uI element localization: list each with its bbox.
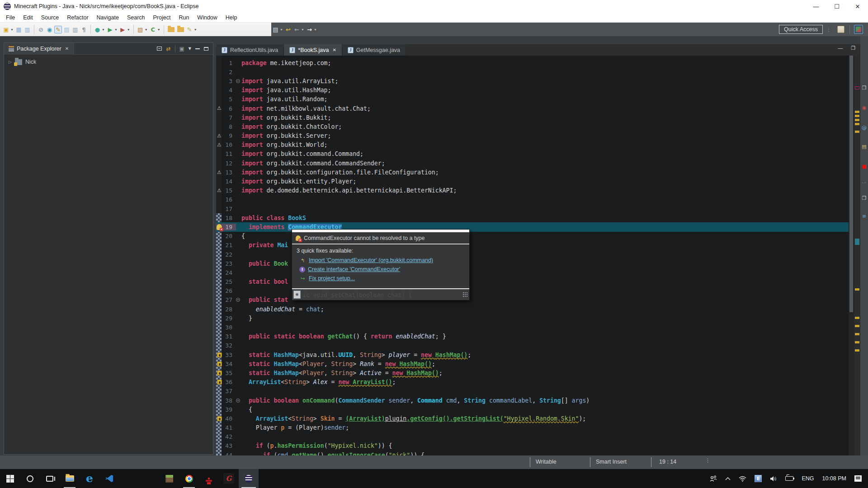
code-line[interactable]: 16: [216, 195, 849, 204]
show-whitespace-icon[interactable]: ¶: [80, 26, 88, 33]
skip-breakpoints-icon[interactable]: ⊘: [37, 26, 45, 33]
debug-icon[interactable]: ●: [94, 26, 101, 33]
code-line[interactable]: ⚠6import net.milkbowl.vault.chat.Chat;: [216, 104, 849, 113]
code-line[interactable]: 18public class BookS: [216, 213, 849, 222]
coverage-icon[interactable]: ▧: [137, 26, 144, 33]
view-menu-icon[interactable]: ▼: [189, 47, 191, 51]
fold-collapse-icon[interactable]: −: [236, 399, 240, 403]
tab-reflectionutils-java[interactable]: JReflectionUtils.java: [216, 44, 284, 56]
dropdown-caret-icon[interactable]: ▼: [10, 28, 14, 31]
menu-refactor[interactable]: Refactor: [63, 14, 92, 22]
code-line[interactable]: 2: [216, 67, 849, 76]
open-folder-icon[interactable]: [168, 27, 175, 32]
outline-view-icon[interactable]: ≡: [860, 213, 868, 219]
menu-search[interactable]: Search: [123, 14, 149, 22]
open-folder2-icon[interactable]: [177, 27, 184, 32]
code-line[interactable]: 7import org.bukkit.Bukkit;: [216, 113, 849, 122]
dropdown-caret-icon[interactable]: ▼: [301, 28, 304, 31]
fold-collapse-icon[interactable]: −: [236, 298, 240, 302]
dropdown-caret-icon[interactable]: ▼: [194, 28, 197, 31]
menu-file[interactable]: File: [2, 14, 19, 22]
code-line[interactable]: 3−import java.util.ArrayList;: [216, 76, 849, 85]
vscode-icon[interactable]: [99, 469, 119, 488]
code-line[interactable]: 43 if (p.hasPermission("Hypixel.nick")) …: [216, 441, 849, 450]
javadoc-view-icon[interactable]: @: [860, 125, 868, 131]
close-button[interactable]: ✕: [847, 0, 868, 13]
cortana-icon[interactable]: [20, 469, 40, 488]
overview-marker[interactable]: [855, 119, 859, 121]
problems-view-icon[interactable]: ◉: [860, 105, 868, 111]
overview-marker[interactable]: [855, 86, 859, 89]
start-button[interactable]: [0, 469, 20, 488]
file-explorer-icon[interactable]: [60, 469, 80, 488]
minimize-view-icon[interactable]: [195, 48, 200, 49]
overview-marker[interactable]: [855, 288, 859, 291]
code-line[interactable]: 32: [216, 341, 849, 350]
close-view-icon[interactable]: ✕: [65, 46, 69, 51]
quick-access-button[interactable]: Quick Access: [779, 25, 823, 34]
overview-marker[interactable]: [855, 111, 859, 113]
new-class-icon[interactable]: C: [149, 26, 157, 33]
code-line[interactable]: 17: [216, 204, 849, 213]
overview-marker[interactable]: [855, 123, 859, 125]
overview-marker[interactable]: [855, 317, 859, 319]
code-line[interactable]: 38− public boolean onCommand(CommandSend…: [216, 396, 849, 405]
code-line[interactable]: 44 if (cmd.getName().equalsIgnoreCase("n…: [216, 450, 849, 455]
quick-fix-link[interactable]: Import 'CommandExecutor' (org.bukkit.com…: [309, 257, 433, 263]
back-icon[interactable]: ←: [293, 26, 301, 33]
vertical-scrollbar[interactable]: [849, 56, 854, 455]
battery-icon[interactable]: [785, 476, 793, 481]
link-editor-icon[interactable]: ⇄: [166, 46, 170, 52]
forward-icon[interactable]: →: [306, 26, 313, 33]
declaration-view-icon[interactable]: ▤: [860, 144, 868, 150]
maximize-editor-icon[interactable]: ❐: [851, 45, 855, 51]
overview-marker[interactable]: [855, 333, 859, 335]
menu-window[interactable]: Window: [193, 14, 221, 22]
dropdown-caret-icon[interactable]: ▼: [127, 28, 130, 31]
menu-run[interactable]: Run: [175, 14, 193, 22]
overview-marker[interactable]: [855, 115, 859, 117]
clock[interactable]: 10:08 PM: [822, 475, 846, 482]
code-line[interactable]: 28 enabledChat = chat;: [216, 305, 849, 314]
close-tab-icon[interactable]: ✕: [332, 47, 336, 52]
dropdown-caret-icon[interactable]: ▼: [102, 28, 105, 31]
maximize-button[interactable]: ☐: [826, 0, 847, 13]
code-line[interactable]: 34 static HashMap<Player, String> Rank =…: [216, 359, 849, 368]
code-line[interactable]: 36 ArrayList<String> Alex = new ArrayLis…: [216, 378, 849, 387]
edge-icon[interactable]: e: [80, 469, 99, 488]
configure-fix-icon[interactable]: ✱: [293, 291, 301, 299]
code-line[interactable]: 37: [216, 387, 849, 396]
code-line[interactable]: 5import java.util.Random;: [216, 95, 849, 104]
menu-edit[interactable]: Edit: [19, 14, 37, 22]
dropdown-caret-icon[interactable]: ▼: [157, 28, 160, 31]
code-line[interactable]: 40 ArrayList<String> Skin = (ArrayList)p…: [216, 414, 849, 423]
color-view-icon[interactable]: ■: [860, 164, 868, 169]
dropdown-caret-icon[interactable]: ▼: [114, 28, 118, 31]
tab-package-explorer[interactable]: Package Explorer ✕: [4, 43, 74, 55]
code-line[interactable]: 29 }: [216, 314, 849, 323]
quick-fix-item[interactable]: ICreate interface 'CommandExecutor': [292, 265, 469, 274]
fold-collapse-icon[interactable]: −: [236, 79, 240, 83]
quick-fix-link[interactable]: Create interface 'CommandExecutor': [308, 266, 400, 272]
quick-fix-item[interactable]: ↰Import 'CommandExecutor' (org.bukkit.co…: [292, 256, 469, 265]
language-indicator[interactable]: ENG: [802, 475, 814, 482]
code-line[interactable]: 14import org.bukkit.entity.Player;: [216, 177, 849, 186]
overview-marker[interactable]: [855, 239, 859, 245]
launch-client-icon[interactable]: ◉: [46, 26, 53, 33]
code-line[interactable]: 8import org.bukkit.ChatColor;: [216, 122, 849, 131]
strip-dots-icon[interactable]: ⋯: [860, 180, 868, 186]
chevron-up-icon[interactable]: [725, 477, 731, 480]
action-center-icon[interactable]: [854, 475, 862, 482]
resize-grip-icon[interactable]: [462, 292, 468, 297]
collapse-all-icon[interactable]: [157, 47, 162, 51]
code-line[interactable]: 1package me.ikeetjeop.com;: [216, 58, 849, 67]
compare-doc-icon[interactable]: ▥: [71, 26, 79, 33]
overview-marker[interactable]: [855, 325, 859, 327]
code-line[interactable]: 35 static HashMap<Player, String> Active…: [216, 368, 849, 377]
java-ee-perspective-icon[interactable]: [836, 25, 845, 34]
code-line[interactable]: 11import org.bukkit.command.Command;: [216, 150, 849, 159]
task-view-icon[interactable]: [40, 469, 60, 488]
tab-getmessgae-java[interactable]: JGetMessgae.java: [342, 44, 406, 56]
menu-help[interactable]: Help: [222, 14, 241, 22]
code-line[interactable]: 31 public static boolean getChat() { ret…: [216, 332, 849, 341]
